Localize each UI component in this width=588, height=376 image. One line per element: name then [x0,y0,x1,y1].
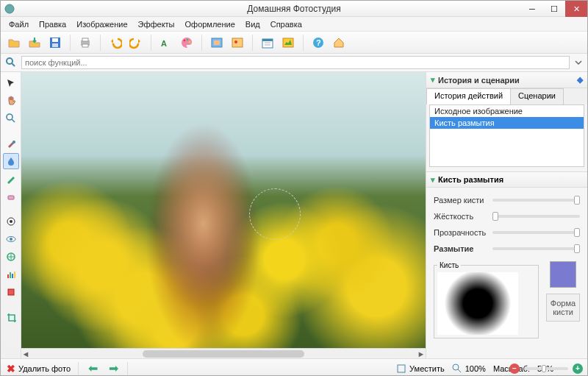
brush-preview-box: Кисть [434,261,539,338]
calendar-icon[interactable] [259,34,276,52]
brush-tool-icon[interactable] [3,135,19,152]
export-icon[interactable] [26,34,43,52]
brush-legend: Кисть [437,261,461,269]
minimize-button[interactable]: ─ [521,1,543,17]
bottombar: ✖Удалить фото ⬅ ➡ Уместить 100% Масштаб:… [1,358,587,376]
hand-tool-icon[interactable] [3,93,19,109]
hardness-label: Жёсткость [434,212,487,221]
delete-icon: ✖ [7,363,15,375]
fit-button[interactable]: Уместить [396,363,445,374]
menu-image[interactable]: Изображение [71,20,132,29]
svg-point-0 [5,4,14,13]
horizontal-scrollbar[interactable]: ◄ ► [21,348,426,358]
history-item[interactable]: Исходное изображение [430,105,584,117]
svg-rect-37 [8,289,14,295]
menu-edit[interactable]: Правка [34,20,71,29]
search-dropdown-icon[interactable] [574,58,583,67]
history-title: История и сценарии [438,76,520,85]
undo-icon[interactable] [107,34,124,52]
svg-line-25 [12,119,15,122]
next-photo-button[interactable]: ➡ [107,362,120,375]
collage-icon[interactable] [279,34,297,52]
zoom-out-button[interactable]: − [509,363,520,374]
svg-rect-34 [10,272,11,278]
collapse-icon[interactable]: ▾ [431,175,435,185]
history-item[interactable]: Кисть размытия [430,117,584,129]
menu-help[interactable]: Справка [265,20,307,29]
eye-tool-icon[interactable] [3,231,19,247]
svg-line-40 [458,369,461,372]
redo-icon[interactable] [127,34,145,52]
levels-tool-icon[interactable] [3,266,19,283]
svg-point-8 [184,39,186,41]
menu-effects[interactable]: Эффекты [133,20,180,29]
svg-point-14 [234,40,237,43]
open-icon[interactable] [5,34,23,52]
size-label: Размер кисти [434,196,487,205]
crop-tool-icon[interactable] [3,309,19,325]
svg-rect-12 [214,40,220,45]
search-input[interactable] [21,56,570,69]
svg-point-22 [7,58,12,64]
prev-photo-button[interactable]: ⬅ [86,362,99,375]
brush-section-title: Кисть размытия [438,175,503,184]
zoom-slider[interactable] [524,367,568,370]
frame1-icon[interactable] [208,34,226,52]
brush-shape-button[interactable]: Форма кисти [546,294,580,322]
help-icon[interactable]: ? [309,34,327,52]
stamp-tool-icon[interactable] [3,284,19,300]
svg-text:?: ? [316,38,321,47]
eraser-tool-icon[interactable] [3,188,19,205]
collapse-icon[interactable]: ▾ [431,75,435,85]
photo-content [21,72,426,348]
zoom-icon [452,363,462,374]
close-button[interactable]: ✕ [565,1,587,17]
scroll-left-icon[interactable]: ◄ [21,350,30,358]
tab-history[interactable]: История действий [426,88,511,104]
svg-rect-16 [262,39,273,41]
hundred-button[interactable]: 100% [452,363,486,374]
menu-decoration[interactable]: Оформление [180,20,240,29]
zoom-tool-icon[interactable] [3,110,19,127]
print-icon[interactable] [76,34,94,52]
svg-point-31 [10,238,12,241]
palette-icon[interactable] [178,34,196,52]
color-swatch[interactable] [550,261,576,288]
svg-point-29 [10,220,12,223]
hardness-slider[interactable] [492,215,580,218]
save-icon[interactable] [46,34,64,52]
history-list[interactable]: Исходное изображение Кисть размытия [429,104,584,167]
svg-rect-3 [52,43,58,47]
pin-icon[interactable]: ◆ [577,75,583,85]
scroll-right-icon[interactable]: ► [417,350,426,358]
opacity-slider[interactable] [492,231,580,234]
svg-point-9 [187,38,189,40]
tab-scenarios[interactable]: Сценарии [510,88,564,104]
menubar: Файл Правка Изображение Эффекты Оформлен… [1,17,587,32]
text-icon[interactable]: A [157,34,175,52]
scroll-thumb[interactable] [143,350,304,358]
menu-view[interactable]: Вид [240,20,265,29]
titlebar: Домашняя Фотостудия ─ ☐ ✕ [1,1,587,17]
svg-point-24 [7,114,12,120]
blur-slider[interactable] [492,247,580,250]
svg-rect-2 [52,38,58,42]
zoom-in-button[interactable]: + [573,363,583,374]
pencil-tool-icon[interactable] [3,171,19,187]
toolbar: A ? [1,32,587,54]
home-icon[interactable] [330,34,348,52]
sharpen-tool-icon[interactable] [3,249,19,265]
delete-photo-button[interactable]: ✖Удалить фото [7,363,71,375]
svg-point-26 [12,141,15,143]
size-slider[interactable] [492,199,580,202]
frame2-icon[interactable] [229,34,246,52]
brush-cursor [249,188,301,240]
menu-file[interactable]: Файл [4,20,34,29]
history-tabs: История действий Сценарии [426,88,587,104]
dodge-tool-icon[interactable] [3,213,19,230]
svg-line-23 [12,63,15,66]
maximize-button[interactable]: ☐ [543,1,565,17]
canvas[interactable] [21,72,426,348]
blur-tool-icon[interactable] [3,153,19,169]
pointer-tool-icon[interactable] [3,75,19,91]
